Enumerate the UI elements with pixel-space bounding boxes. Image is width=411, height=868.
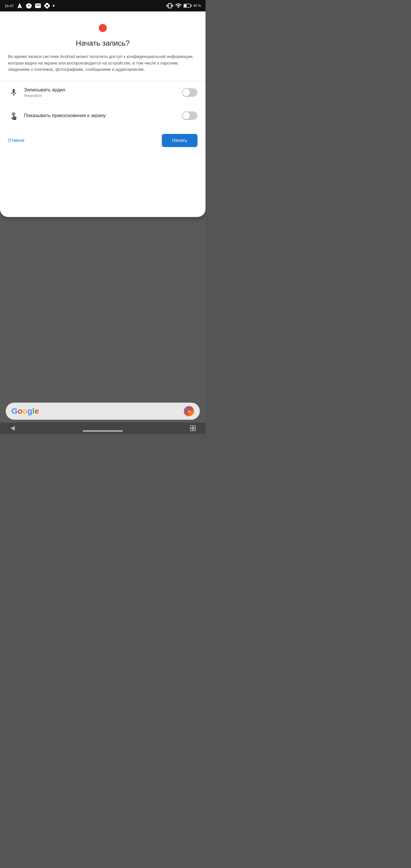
svg-marker-38 — [10, 426, 15, 431]
record-dialog: Начать запись? Во время записи система A… — [0, 11, 205, 217]
status-right: 40 % — [166, 2, 201, 9]
svg-rect-41 — [190, 429, 193, 431]
home-indicator[interactable] — [83, 430, 123, 432]
wifi-icon — [175, 2, 182, 9]
dialog-buttons: Отмена Начать — [0, 129, 205, 152]
svg-rect-40 — [193, 426, 195, 428]
svg-rect-3 — [184, 5, 186, 7]
status-bar: 16:47 40 % — [0, 0, 205, 11]
audio-toggle-thumb — [183, 89, 190, 96]
dialog-title: Начать запись? — [8, 39, 197, 48]
navigation-icon — [16, 2, 23, 9]
touch-icon — [8, 110, 20, 121]
back-button[interactable] — [6, 422, 20, 434]
microphone-icon — [8, 87, 20, 98]
dialog-description: Во время записи система Android может по… — [8, 53, 197, 73]
pinwheel-status-icon — [44, 2, 51, 9]
vibrate-icon — [166, 2, 173, 9]
svg-rect-42 — [193, 429, 195, 431]
assistant-svg — [186, 408, 192, 414]
battery-icon — [184, 4, 191, 8]
touches-toggle-thumb — [183, 112, 190, 119]
recents-button[interactable] — [186, 422, 200, 434]
touch-svg — [9, 111, 18, 120]
youtube-status-icon — [25, 2, 32, 9]
audio-option-title: Записывать аудио — [24, 87, 178, 93]
cancel-button[interactable]: Отмена — [8, 134, 24, 147]
dialog-content: Начать запись? Во время записи система A… — [0, 11, 205, 127]
audio-option-text: Записывать аудио Микрофон — [24, 87, 178, 98]
notification-dot — [53, 5, 55, 6]
touches-toggle[interactable] — [182, 111, 197, 120]
email-status-icon — [35, 2, 41, 9]
touches-option-title: Показывать прикосновения к экрану — [24, 113, 178, 119]
time-display: 16:47 — [5, 4, 14, 8]
google-logo: Google — [11, 407, 39, 416]
status-left: 16:47 — [5, 2, 55, 9]
back-icon — [9, 425, 16, 432]
record-dot — [99, 24, 107, 32]
touches-option-row: Показывать прикосновения к экрану — [8, 104, 197, 127]
battery-percent: 40 % — [193, 4, 201, 8]
google-search-bar[interactable]: Google — [6, 403, 200, 420]
audio-option-row: Записывать аудио Микрофон — [8, 81, 197, 104]
audio-toggle[interactable] — [182, 88, 197, 97]
svg-rect-39 — [190, 426, 193, 428]
touches-option-text: Показывать прикосновения к экрану — [24, 113, 178, 119]
assistant-icon[interactable] — [184, 406, 194, 416]
nav-bar — [0, 423, 205, 434]
recents-icon — [190, 425, 196, 432]
svg-rect-2 — [191, 5, 191, 6]
audio-option-subtitle: Микрофон — [24, 93, 178, 98]
mic-svg — [9, 88, 18, 97]
start-button[interactable]: Начать — [162, 134, 197, 147]
